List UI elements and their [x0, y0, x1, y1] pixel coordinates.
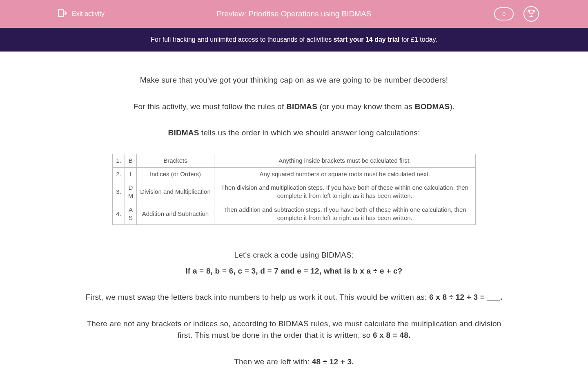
- table-row: 1.BBracketsAnything inside brackets must…: [113, 154, 476, 167]
- lesson-content: Make sure that you've got your thinking …: [69, 52, 519, 368]
- banner-bold: start your 14 day trial: [334, 36, 400, 43]
- trophy-icon: [527, 9, 536, 19]
- explain-line: There are not any brackets or indices so…: [79, 318, 509, 341]
- intro2-bidmas: BIDMAS: [286, 102, 317, 111]
- svg-rect-0: [58, 9, 63, 17]
- table-cell-letter: B: [125, 154, 137, 167]
- table-row: 2.IIndices (or Orders)Any squared number…: [113, 167, 476, 181]
- table-cell-name: Brackets: [137, 154, 214, 167]
- table-cell-num: 3.: [113, 181, 125, 203]
- table-cell-num: 2.: [113, 167, 125, 181]
- left-prefix: Then we are left with:: [234, 357, 312, 366]
- table-cell-letter: I: [125, 167, 137, 181]
- table-row: 3.D MDivision and MultiplicationThen div…: [113, 181, 476, 203]
- swap-prefix: First, we must swap the letters back int…: [86, 293, 429, 301]
- question-bold: If a = 8, b = 6, c = 3, d = 7 and e = 12…: [185, 267, 402, 275]
- bidmas-table: 1.BBracketsAnything inside brackets must…: [112, 154, 476, 225]
- header-right: 0: [494, 6, 539, 22]
- intro3-rest: tells us the order in which we should an…: [199, 128, 420, 137]
- table-cell-desc: Any squared numbers or square roots must…: [214, 167, 475, 181]
- left-bold: 48 ÷ 12 + 3.: [312, 357, 354, 366]
- intro3-bold: BIDMAS: [168, 128, 199, 137]
- intro2-prefix: For this activity, we must follow the ru…: [134, 102, 286, 111]
- table-cell-name: Addition and Subtraction: [137, 203, 214, 225]
- leftwith-line: Then we are left with: 48 ÷ 12 + 3.: [79, 356, 509, 368]
- table-cell-name: Indices (or Orders): [137, 167, 214, 181]
- intro2-mid: (or you may know them as: [317, 102, 415, 111]
- intro2-suffix: ).: [450, 102, 454, 111]
- intro2-bodmas: BODMAS: [415, 102, 450, 111]
- trial-banner[interactable]: For full tracking and unlimited access t…: [0, 28, 588, 52]
- exit-label: Exit activity: [72, 10, 105, 18]
- table-cell-desc: Then division and multiplication steps. …: [214, 181, 475, 203]
- swap-bold: 6 x 8 ÷ 12 + 3 = ___.: [429, 293, 502, 301]
- exit-activity-button[interactable]: Exit activity: [57, 8, 105, 20]
- table-cell-letter: D M: [125, 181, 137, 203]
- explain-prefix: There are not any brackets or indices so…: [87, 319, 501, 340]
- question-line: If a = 8, b = 6, c = 3, d = 7 and e = 12…: [79, 265, 509, 277]
- page-title: Preview: Prioritise Operations using BID…: [216, 9, 371, 18]
- table-cell-name: Division and Multiplication: [137, 181, 214, 203]
- exit-icon: [57, 8, 67, 20]
- score-pill: 0: [494, 7, 514, 20]
- crack-intro: Let's crack a code using BIDMAS:: [79, 249, 509, 261]
- explain-bold: 6 x 8 = 48.: [373, 331, 411, 339]
- app-header: Exit activity Preview: Prioritise Operat…: [0, 0, 588, 28]
- table-cell-num: 1.: [113, 154, 125, 167]
- table-row: 4.A SAddition and SubtractionThen additi…: [113, 203, 476, 225]
- intro-line-2: For this activity, we must follow the ru…: [79, 101, 509, 113]
- banner-prefix: For full tracking and unlimited access t…: [151, 36, 333, 43]
- table-cell-num: 4.: [113, 203, 125, 225]
- table-cell-letter: A S: [125, 203, 137, 225]
- trophy-badge[interactable]: [523, 6, 539, 22]
- banner-suffix: for £1 today.: [399, 36, 437, 43]
- table-cell-desc: Then addition and subtraction steps. If …: [214, 203, 475, 225]
- intro-line-1: Make sure that you've got your thinking …: [79, 74, 509, 86]
- swap-line: First, we must swap the letters back int…: [79, 292, 509, 303]
- table-cell-desc: Anything inside brackets must be calcula…: [214, 154, 475, 167]
- intro-line-3: BIDMAS tells us the order in which we sh…: [79, 127, 509, 139]
